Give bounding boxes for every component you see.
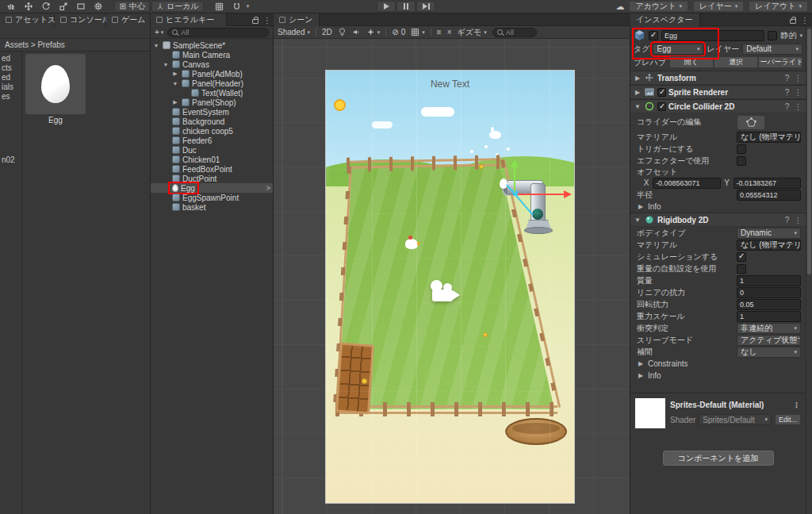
foldout-arrow[interactable]: ▶ [634,75,642,82]
move-gizmo-y-axis[interactable] [514,167,515,194]
gravity-scale-field[interactable] [737,311,801,322]
inspector-scrollbar[interactable] [806,26,812,514]
pause-button[interactable] [396,1,416,12]
hierarchy-item[interactable]: EggSpawnPoint [151,193,273,202]
hierarchy-item[interactable]: Chicken01 [151,155,273,164]
physics-material-field[interactable]: なし (物理マテリアル 2D)⊙ [737,132,801,143]
scale-tool-icon[interactable] [56,1,71,12]
linear-drag-field[interactable] [737,287,801,298]
hierarchy-item[interactable]: ▼Canvas [151,59,273,69]
foldout-arrow[interactable]: ▼ [634,217,642,224]
tab-scene[interactable]: シーン [274,13,320,26]
overlay-menu-icon[interactable]: ≡ [437,28,442,36]
tab-game[interactable]: ゲーム [106,13,151,26]
hierarchy-item[interactable]: Feeder6 [151,136,273,145]
hierarchy-item[interactable]: EventSystem [151,107,273,117]
egg-sprite-selected[interactable] [500,178,508,189]
close-tool-icon[interactable]: × [447,28,452,36]
offset-x-field[interactable] [653,178,721,189]
help-icon[interactable]: ? [783,74,791,82]
hierarchy-search-input[interactable] [181,29,264,36]
play-button[interactable] [377,1,396,12]
constraints-foldout[interactable]: ▶Constraints [630,358,806,370]
prefab-select-button[interactable]: 選択 [714,56,758,68]
create-menu-button[interactable]: +▾ [155,28,163,36]
scene-viewport[interactable]: New Text [274,39,630,514]
component-enabled-checkbox[interactable] [657,88,666,97]
animal-sprite[interactable] [489,131,501,139]
foldout-arrow[interactable]: ▼ [171,81,179,86]
hierarchy-item[interactable]: ▼Panel(Header) [151,79,273,88]
camera-gizmo[interactable] [431,280,464,304]
physics-material-field[interactable]: なし (物理マテリアル 2D)⊙ [737,240,801,251]
2d-toggle-button[interactable]: 2D [322,28,332,36]
angular-drag-field[interactable] [737,299,801,310]
interpolate-dropdown[interactable]: なし▾ [737,347,801,358]
tab-hierarchy[interactable]: ヒエラルキー [151,13,227,26]
orientation-toggle-button[interactable]: ローカル [151,1,204,12]
layer-dropdown[interactable]: Default▾ [742,44,802,55]
edit-collider-button[interactable] [737,115,765,130]
offset-y-field[interactable] [733,178,802,189]
tab-asset-store[interactable]: アセットストア [0,13,55,26]
mass-field[interactable] [737,275,801,286]
breadcrumb[interactable]: Assets > Prefabs [0,39,150,52]
circle-collider-component-header[interactable]: ▼ Circle Collider 2D ? ⋮ [630,99,806,113]
hierarchy-item[interactable]: DuctPoint [151,174,273,183]
project-folder-item[interactable]: n02 [0,155,21,165]
static-checkbox[interactable] [768,31,777,40]
snap-increment-icon[interactable] [229,1,245,12]
hierarchy-item[interactable]: basket [151,202,273,212]
foldout-arrow[interactable]: ▼ [162,62,170,67]
step-button[interactable] [416,1,435,12]
rect-tool-icon[interactable] [73,1,89,12]
hierarchy-item[interactable]: chicken coop5 [151,126,273,136]
scene-effects-dropdown[interactable]: ▾ [366,28,381,36]
prefab-overrides-button[interactable]: オーバーライド▾ [758,56,802,68]
foldout-arrow[interactable]: ▼ [152,43,160,48]
help-icon[interactable]: ? [783,88,791,97]
scene-search-input[interactable] [506,29,530,36]
grid-snap-icon[interactable] [212,1,228,12]
body-type-dropdown[interactable]: Dynamic▾ [737,228,801,239]
menu-icon[interactable]: ⋮ [263,16,271,25]
menu-icon[interactable]: ⋮ [801,16,809,25]
hierarchy-item[interactable]: Egg> [151,183,273,193]
collab-cloud-icon[interactable]: ☁ [615,1,624,12]
gizmos-dropdown[interactable]: ギズモ▾ [457,27,486,38]
project-folder-item[interactable]: cts [0,63,21,73]
rigidbody-info-foldout[interactable]: ▶Info [630,370,806,382]
project-folder-item[interactable]: ed [0,54,21,63]
layers-dropdown[interactable]: レイヤー▾ [693,1,744,12]
hierarchy-item[interactable]: ▶Panel(Shop) [151,98,273,107]
menu-icon[interactable]: ⋮ [794,216,802,224]
rotate-tool-icon[interactable] [38,1,54,12]
tag-dropdown[interactable]: Egg▾ [653,44,703,55]
hierarchy-item[interactable]: Main Camera [151,50,273,59]
scrollbar-thumb[interactable] [807,29,811,274]
hierarchy-item[interactable]: Background [151,117,273,126]
transform-tool-icon[interactable] [90,1,106,12]
collider-info-foldout[interactable]: ▶Info [630,201,806,213]
project-folder-item[interactable]: es [0,92,21,102]
basket-sprite[interactable] [505,418,567,445]
used-by-effector-checkbox[interactable] [737,156,746,166]
collision-detection-dropdown[interactable]: 非連続的▾ [737,323,801,334]
scene-lighting-icon[interactable] [338,28,347,36]
component-enabled-checkbox[interactable] [657,102,666,111]
hierarchy-item[interactable]: Text(Wallet) [151,88,273,98]
material-preview-thumbnail[interactable] [635,398,665,428]
simulated-checkbox[interactable] [737,252,746,262]
foldout-arrow[interactable]: ▶ [634,89,642,96]
move-tool-icon[interactable] [21,1,36,12]
pipe-sprite[interactable] [502,174,559,239]
asset-egg-prefab[interactable]: Egg [25,54,86,125]
hierarchy-search[interactable] [167,28,269,37]
active-checkbox[interactable] [649,31,658,40]
rigidbody-component-header[interactable]: ▼ Rigidbody 2D ? ⋮ [630,213,806,227]
account-dropdown[interactable]: アカウント▾ [629,1,688,12]
hierarchy-item[interactable]: Duc [151,145,273,155]
prefab-open-button[interactable]: 開く [669,56,714,68]
shader-edit-button[interactable]: Edit... [775,414,801,425]
hierarchy-item[interactable]: FeedBoxPoint [151,164,273,174]
